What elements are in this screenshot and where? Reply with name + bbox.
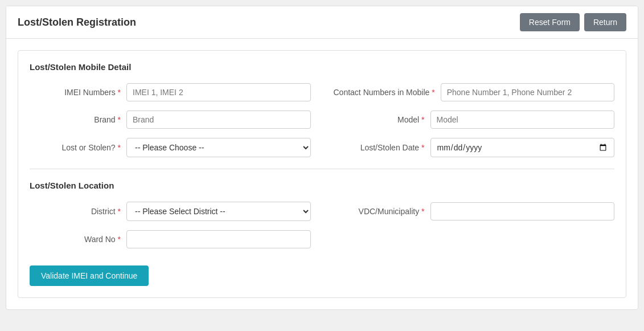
vdc-label: VDC/Municipality *	[334, 207, 425, 216]
model-group: Model *	[334, 111, 615, 129]
brand-input[interactable]	[126, 111, 311, 129]
ward-group: Ward No *	[30, 230, 311, 248]
ward-input[interactable]	[126, 230, 311, 248]
imei-group: IMEI Numbers *	[30, 83, 311, 101]
page-header: Lost/Stolen Registration Reset Form Retu…	[6, 6, 638, 39]
header-buttons: Reset Form Return	[520, 13, 626, 31]
date-label: Lost/Stolen Date *	[334, 143, 425, 152]
brand-label: Brand *	[30, 115, 121, 124]
validate-button[interactable]: Validate IMEI and Continue	[30, 265, 149, 286]
date-group: Lost/Stolen Date *	[334, 138, 615, 157]
brand-group: Brand *	[30, 111, 311, 129]
reset-form-button[interactable]: Reset Form	[520, 13, 580, 31]
lost-stolen-select[interactable]: -- Please Choose -- Lost Stolen	[126, 138, 311, 157]
contact-label: Contact Numbers in Mobile *	[334, 88, 435, 97]
district-label: District *	[30, 207, 121, 216]
section-divider	[30, 169, 614, 169]
district-select[interactable]: -- Please Select District --	[126, 202, 311, 221]
ward-label: Ward No *	[30, 235, 121, 244]
lost-stolen-group: Lost or Stolen? * -- Please Choose -- Lo…	[30, 138, 311, 157]
location-grid: District * -- Please Select District -- …	[30, 202, 614, 248]
mobile-detail-title: Lost/Stolen Mobile Detail	[30, 62, 614, 72]
vdc-input[interactable]	[430, 202, 615, 220]
district-group: District * -- Please Select District --	[30, 202, 311, 221]
page-wrapper: Lost/Stolen Registration Reset Form Retu…	[6, 6, 638, 310]
page-title: Lost/Stolen Registration	[18, 17, 136, 28]
contact-group: Contact Numbers in Mobile *	[334, 83, 615, 101]
model-input[interactable]	[430, 111, 615, 129]
page-content: Lost/Stolen Mobile Detail IMEI Numbers *…	[6, 39, 638, 309]
imei-input[interactable]	[126, 83, 311, 101]
contact-input[interactable]	[441, 83, 614, 101]
return-button[interactable]: Return	[584, 13, 626, 31]
vdc-group: VDC/Municipality *	[334, 202, 615, 221]
model-label: Model *	[334, 115, 425, 124]
mobile-detail-card: Lost/Stolen Mobile Detail IMEI Numbers *…	[18, 50, 626, 298]
location-title: Lost/Stolen Location	[30, 181, 614, 190]
imei-label: IMEI Numbers *	[30, 88, 121, 97]
lost-stolen-label: Lost or Stolen? *	[30, 143, 121, 152]
date-input[interactable]	[430, 138, 615, 157]
mobile-detail-grid: IMEI Numbers * Contact Numbers in Mobile…	[30, 83, 614, 157]
